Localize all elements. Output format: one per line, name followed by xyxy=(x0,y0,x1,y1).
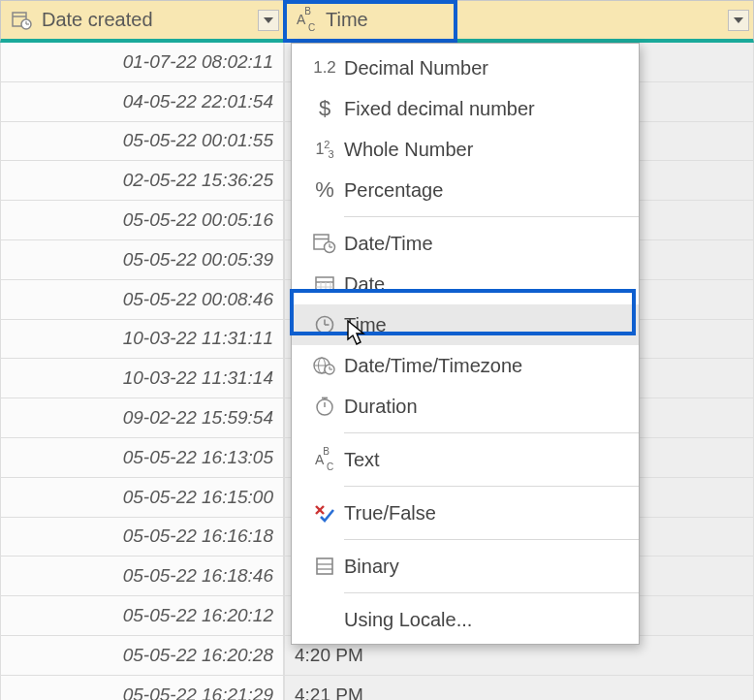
menu-separator xyxy=(344,539,639,540)
menu-item-label: Duration xyxy=(344,396,625,418)
table-cell-date[interactable]: 10-03-22 11:31:11 xyxy=(0,320,284,360)
menu-separator xyxy=(344,432,639,433)
menu-item-using-locale[interactable]: Using Locale... xyxy=(292,599,639,640)
table-cell-date[interactable]: 02-05-22 15:36:25 xyxy=(0,161,284,201)
%-icon: % xyxy=(305,177,344,203)
menu-separator xyxy=(344,216,639,217)
menu-item-whole-number[interactable]: 123Whole Number xyxy=(292,129,639,170)
menu-item-time[interactable]: Time xyxy=(292,304,639,345)
menu-item-date[interactable]: Date xyxy=(292,264,639,304)
menu-item-binary[interactable]: Binary xyxy=(292,546,639,587)
menu-item-label: Date/Time/Timezone xyxy=(344,355,625,377)
time-icon xyxy=(305,314,344,335)
table-cell-date[interactable]: 05-05-22 16:15:00 xyxy=(0,478,284,518)
svg-rect-31 xyxy=(317,558,332,574)
column-date-created: Date created 01-07-22 08:02:1104-05-22 2… xyxy=(0,0,284,700)
table-cell-date[interactable]: 05-05-22 16:16:18 xyxy=(0,518,284,557)
menu-item-label: Text xyxy=(344,449,625,471)
menu-item-label: Date/Time xyxy=(344,233,625,255)
menu-item-date-time[interactable]: Date/Time xyxy=(292,223,639,264)
table-cell-date[interactable]: 05-05-22 00:01:55 xyxy=(0,122,284,162)
menu-item-label: Percentage xyxy=(344,179,625,202)
menu-item-label: Date xyxy=(344,273,625,296)
menu-item-label: True/False xyxy=(344,502,625,525)
column-header-time[interactable]: ABC Time xyxy=(284,0,754,43)
datetime-icon xyxy=(305,233,344,254)
column-header-date-created[interactable]: Date created xyxy=(0,0,284,43)
menu-item-label: Decimal Number xyxy=(344,57,625,80)
chevron-down-icon xyxy=(264,17,273,23)
table-cell-date[interactable]: 10-03-22 11:31:14 xyxy=(0,359,284,398)
menu-item-label: Using Locale... xyxy=(344,609,625,631)
table-cell-date[interactable]: 04-05-22 22:01:54 xyxy=(0,82,284,122)
menu-item-percentage[interactable]: %Percentage xyxy=(292,170,639,210)
menu-item-label: Whole Number xyxy=(344,139,625,161)
table-cell-date[interactable]: 05-05-22 16:20:12 xyxy=(0,596,284,636)
column-filter-dropdown[interactable] xyxy=(728,10,749,31)
data-type-menu: 1.2Decimal Number$Fixed decimal number12… xyxy=(291,43,640,645)
menu-item-fixed-decimal-number[interactable]: $Fixed decimal number xyxy=(292,88,639,129)
tf-icon xyxy=(305,503,344,523)
column-label: Date created xyxy=(42,9,258,31)
column-label: Time xyxy=(326,9,728,31)
chevron-down-icon xyxy=(734,17,743,23)
column-filter-dropdown[interactable] xyxy=(258,10,279,31)
table-cell-date[interactable]: 05-05-22 16:21:29 xyxy=(0,676,284,700)
menu-item-label: Binary xyxy=(344,556,625,578)
table-cell-date[interactable]: 09-02-22 15:59:54 xyxy=(0,398,284,438)
menu-separator xyxy=(344,592,639,593)
table-cell-date[interactable]: 05-05-22 16:18:46 xyxy=(0,557,284,596)
table-cell-time[interactable]: 4:21 PM xyxy=(284,676,754,700)
date-icon xyxy=(305,274,344,294)
menu-item-label: Time xyxy=(344,314,625,336)
datetime-icon[interactable] xyxy=(9,9,36,32)
table-cell-date[interactable]: 05-05-22 00:05:16 xyxy=(0,201,284,240)
table-cell-date[interactable]: 05-05-22 00:08:46 xyxy=(0,280,284,320)
table-cell-date[interactable]: 01-07-22 08:02:11 xyxy=(0,43,284,82)
table-cell-date[interactable]: 05-05-22 16:13:05 xyxy=(0,438,284,478)
menu-item-duration[interactable]: Duration xyxy=(292,386,639,427)
menu-item-true-false[interactable]: True/False xyxy=(292,493,639,533)
123-icon: 123 xyxy=(305,139,344,161)
table-cell-date[interactable]: 05-05-22 00:05:39 xyxy=(0,240,284,280)
menu-item-date-time-timezone[interactable]: Date/Time/Timezone xyxy=(292,345,639,386)
menu-item-text[interactable]: ABCText xyxy=(292,439,639,480)
tz-icon xyxy=(305,355,344,376)
bin-icon xyxy=(305,557,344,576)
menu-separator xyxy=(344,486,639,487)
menu-item-decimal-number[interactable]: 1.2Decimal Number xyxy=(292,48,639,88)
abc-icon: ABC xyxy=(305,452,344,467)
1.2-icon: 1.2 xyxy=(305,58,344,78)
$-icon: $ xyxy=(305,96,344,121)
menu-item-label: Fixed decimal number xyxy=(344,98,625,120)
text-type-icon[interactable]: ABC xyxy=(293,9,320,32)
table-cell-date[interactable]: 05-05-22 16:20:28 xyxy=(0,636,284,676)
dur-icon xyxy=(305,396,344,417)
